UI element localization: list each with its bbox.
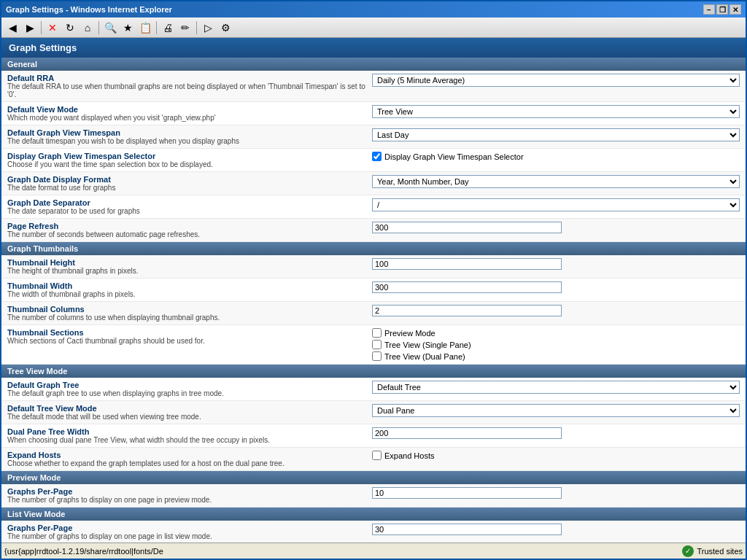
setting-row-graph-date-display-format: Graph Date Display FormatThe date format… — [1, 172, 746, 195]
setting-label-default-graph-view-timespan: Default Graph View TimespanThe default t… — [7, 128, 372, 145]
setting-desc-graph-date-separator: The date separator to be used for graphs — [7, 207, 372, 215]
forward-button[interactable]: ▶ — [22, 20, 38, 36]
setting-desc-thumbnail-columns: The number of columns to use when displa… — [7, 314, 372, 322]
setting-title-dual-pane-tree-width: Dual Pane Tree Width — [7, 427, 372, 436]
setting-label-dual-pane-tree-width: Dual Pane Tree WidthWhen choosing dual p… — [7, 427, 372, 444]
setting-control-thumbnail-columns[interactable] — [372, 305, 740, 316]
input-graphs-per-page-list[interactable] — [372, 524, 562, 535]
section-header-tree-view-mode: Tree View Mode — [1, 365, 746, 378]
setting-control-thumbnail-sections[interactable]: Preview ModeTree View (Single Pane)Tree … — [372, 328, 740, 361]
setting-control-page-refresh[interactable] — [372, 222, 740, 233]
select-default-rra[interactable]: Daily (5 Minute Average)WeeklyMonthlyYea… — [372, 74, 740, 87]
setting-label-default-graph-tree: Default Graph TreeThe default graph tree… — [7, 381, 372, 397]
setting-row-thumbnail-height: Thumbnail HeightThe height of thumbnail … — [1, 255, 746, 279]
input-page-refresh[interactable] — [372, 222, 562, 233]
setting-row-default-rra: Default RRAThe default RRA to use when t… — [1, 71, 746, 102]
back-button[interactable]: ◀ — [4, 20, 20, 36]
setting-title-default-tree-view-mode: Default Tree View Mode — [7, 404, 372, 413]
setting-row-graph-date-separator: Graph Date SeparatorThe date separator t… — [1, 195, 746, 219]
setting-desc-dual-pane-tree-width: When choosing dual pane Tree View, what … — [7, 436, 372, 444]
restore-button[interactable]: ❐ — [716, 4, 728, 15]
search-button[interactable]: 🔍 — [102, 20, 118, 36]
setting-control-default-graph-view-timespan[interactable]: Last DayLast WeekLast MonthLast Year — [372, 128, 740, 141]
setting-title-graph-date-separator: Graph Date Separator — [7, 198, 372, 207]
setting-label-default-view-mode: Default View ModeWhich mode you want dis… — [7, 105, 372, 122]
input-thumbnail-width[interactable] — [372, 281, 562, 293]
select-graph-date-display-format[interactable]: Year, Month Number, DayMonth/Day/YearDay… — [372, 175, 740, 188]
setting-title-default-rra: Default RRA — [7, 74, 372, 82]
setting-control-graph-date-display-format[interactable]: Year, Month Number, DayMonth/Day/YearDay… — [372, 175, 740, 188]
setting-title-expand-hosts: Expand Hosts — [7, 451, 372, 459]
setting-control-default-graph-tree[interactable]: Default Tree — [372, 381, 740, 394]
media-button[interactable]: ▷ — [200, 20, 216, 36]
minimize-button[interactable]: − — [703, 4, 715, 15]
setting-control-graph-date-separator[interactable]: /-. — [372, 198, 740, 211]
setting-desc-display-timespan-selector: Choose if you want the time span selecti… — [7, 160, 372, 168]
toolbar-separator-1 — [41, 21, 42, 34]
checkbox-thumbnail-sections-0[interactable] — [372, 328, 382, 338]
setting-row-expand-hosts: Expand HostsChoose whether to expand the… — [1, 448, 746, 471]
checkbox-label-thumbnail-sections-2[interactable]: Tree View (Dual Pane) — [372, 351, 740, 361]
checkbox-display-timespan-selector[interactable] — [372, 152, 382, 161]
page-header: Graph Settings — [1, 38, 746, 58]
setting-row-thumbnail-sections: Thumbnail SectionsWhich sections of Cact… — [1, 325, 746, 365]
setting-row-dual-pane-tree-width: Dual Pane Tree WidthWhen choosing dual p… — [1, 424, 746, 448]
favorites-button[interactable]: ★ — [120, 20, 136, 36]
stop-button[interactable]: ✕ — [44, 20, 61, 36]
trusted-icon: ✓ — [682, 545, 694, 557]
home-button[interactable]: ⌂ — [80, 20, 96, 36]
setting-label-thumbnail-columns: Thumbnail ColumnsThe number of columns t… — [7, 305, 372, 322]
checkbox-label-expand-hosts[interactable]: Expand Hosts — [372, 451, 740, 460]
setting-control-thumbnail-width[interactable] — [372, 281, 740, 293]
setting-desc-default-view-mode: Which mode you want displayed when you v… — [7, 114, 372, 122]
close-button[interactable]: ✕ — [729, 4, 741, 15]
toolbar: ◀ ▶ ✕ ↻ ⌂ 🔍 ★ 📋 🖨 ✏ ▷ ⚙ — [1, 18, 746, 38]
section-header-general: General — [1, 58, 746, 71]
setting-row-default-tree-view-mode: Default Tree View ModeThe default mode t… — [1, 401, 746, 424]
setting-control-dual-pane-tree-width[interactable] — [372, 427, 740, 439]
checkbox-expand-hosts[interactable] — [372, 451, 382, 460]
toolbar-separator-2 — [98, 21, 99, 34]
setting-title-page-refresh: Page Refresh — [7, 222, 372, 230]
setting-desc-default-tree-view-mode: The default mode that will be used when … — [7, 413, 372, 421]
setting-desc-expand-hosts: Choose whether to expand the graph templ… — [7, 459, 372, 467]
content-area[interactable]: GeneralDefault RRAThe default RRA to use… — [1, 58, 746, 542]
print-button[interactable]: 🖨 — [160, 20, 176, 36]
checkbox-text-display-timespan-selector: Display Graph View Timespan Selector — [384, 152, 524, 161]
refresh-button[interactable]: ↻ — [62, 20, 78, 36]
edit-button[interactable]: ✏ — [177, 20, 193, 36]
checkbox-label-thumbnail-sections-1[interactable]: Tree View (Single Pane) — [372, 340, 740, 349]
checkbox-thumbnail-sections-1[interactable] — [372, 340, 382, 349]
checkbox-text-thumbnail-sections-1: Tree View (Single Pane) — [384, 341, 471, 349]
setting-control-graphs-per-page-list[interactable] — [372, 524, 740, 535]
window-title: Graph Settings - Windows Internet Explor… — [6, 5, 703, 14]
setting-control-thumbnail-height[interactable] — [372, 258, 740, 270]
section-header-graph-thumbnails: Graph Thumbnails — [1, 242, 746, 255]
setting-control-default-rra[interactable]: Daily (5 Minute Average)WeeklyMonthlyYea… — [372, 74, 740, 87]
select-default-view-mode[interactable]: Tree ViewPreview ModeList View — [372, 105, 740, 118]
checkbox-label-display-timespan-selector[interactable]: Display Graph View Timespan Selector — [372, 152, 740, 161]
setting-control-graphs-per-page-preview[interactable] — [372, 487, 740, 499]
input-thumbnail-height[interactable] — [372, 258, 562, 270]
input-graphs-per-page-preview[interactable] — [372, 487, 562, 499]
setting-label-expand-hosts: Expand HostsChoose whether to expand the… — [7, 451, 372, 467]
select-graph-date-separator[interactable]: /-. — [372, 198, 740, 211]
setting-title-default-graph-view-timespan: Default Graph View Timespan — [7, 128, 372, 137]
setting-title-default-graph-tree: Default Graph Tree — [7, 381, 372, 389]
tools-button[interactable]: ⚙ — [217, 20, 233, 36]
input-dual-pane-tree-width[interactable] — [372, 427, 562, 439]
setting-desc-page-refresh: The number of seconds between automatic … — [7, 230, 372, 238]
checkbox-thumbnail-sections-2[interactable] — [372, 351, 382, 361]
setting-control-expand-hosts[interactable]: Expand Hosts — [372, 451, 740, 460]
setting-control-default-tree-view-mode[interactable]: Dual PaneSingle Pane — [372, 404, 740, 417]
input-thumbnail-columns[interactable] — [372, 305, 562, 316]
select-default-tree-view-mode[interactable]: Dual PaneSingle Pane — [372, 404, 740, 417]
select-default-graph-tree[interactable]: Default Tree — [372, 381, 740, 394]
history-button[interactable]: 📋 — [137, 20, 153, 36]
checkbox-label-thumbnail-sections-0[interactable]: Preview Mode — [372, 328, 740, 338]
setting-control-default-view-mode[interactable]: Tree ViewPreview ModeList View — [372, 105, 740, 118]
setting-desc-default-graph-tree: The default graph tree to use when displ… — [7, 389, 372, 397]
setting-control-display-timespan-selector[interactable]: Display Graph View Timespan Selector — [372, 152, 740, 161]
setting-title-graph-date-display-format: Graph Date Display Format — [7, 175, 372, 184]
select-default-graph-view-timespan[interactable]: Last DayLast WeekLast MonthLast Year — [372, 128, 740, 141]
